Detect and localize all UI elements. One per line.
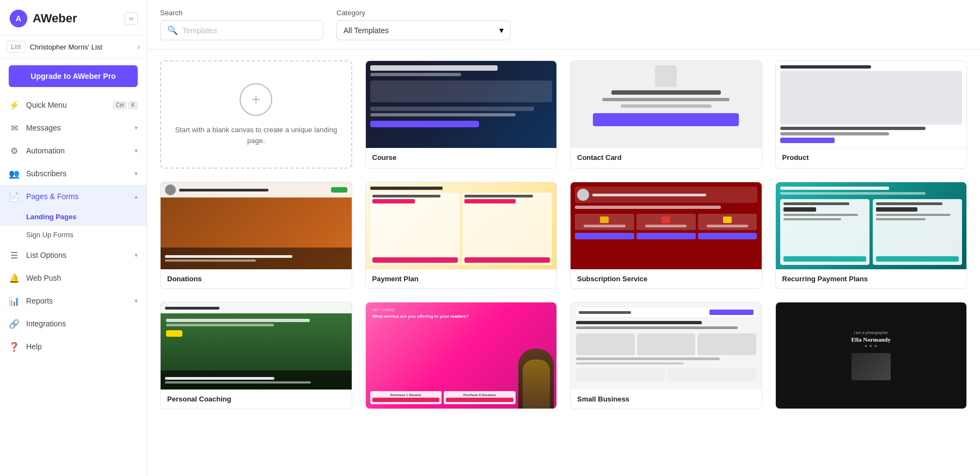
template-label: Personal Coaching (161, 390, 352, 409)
list-options-chevron-icon: ▾ (134, 251, 138, 259)
template-thumbnail (571, 182, 762, 269)
integrations-icon: 🔗 (9, 318, 20, 329)
template-label: Donations (161, 269, 352, 288)
automation-chevron-icon: ▾ (134, 147, 138, 154)
list-arrow-icon: › (137, 42, 140, 51)
sidebar-item-label: Automation (26, 146, 65, 155)
subscribers-chevron-icon: ▾ (134, 170, 138, 177)
keyboard-shortcut: Ctrl K (113, 101, 138, 109)
list-label: List (7, 41, 26, 53)
sidebar-item-label: Help (26, 342, 42, 351)
aweber-logo-icon: A (9, 9, 28, 28)
pages-forms-icon: 📄 (9, 191, 20, 202)
template-card-subscription-service[interactable]: Subscription Service (570, 182, 762, 289)
category-chevron-icon: ▾ (499, 25, 504, 35)
sidebar-item-landing-pages[interactable]: Landing Pages (0, 208, 146, 226)
template-thumbnail (776, 182, 967, 269)
sidebar-item-subscribers[interactable]: 👥 Subscribers ▾ (0, 162, 146, 185)
landing-pages-label: Landing Pages (26, 213, 76, 221)
template-card-showcase-gallery[interactable]: I am a photographer Ella Normandy ✦ ✦ ✦ … (775, 302, 967, 409)
subscribers-icon: 👥 (9, 168, 20, 179)
main-content: Search 🔍 Category All Templates ▾ + Star… (147, 0, 980, 476)
template-card-small-business[interactable]: Small Business (570, 302, 762, 409)
category-selected-text: All Templates (344, 26, 495, 35)
sidebar-item-automation[interactable]: ⚙ Automation ▾ (0, 139, 146, 162)
list-options-icon: ☰ (9, 250, 20, 261)
messages-icon: ✉ (9, 122, 20, 133)
sidebar-item-integrations[interactable]: 🔗 Integrations (0, 312, 146, 335)
reports-chevron-icon: ▾ (134, 297, 138, 305)
web-push-icon: 🔔 (9, 273, 20, 283)
template-label: Contact Card (571, 148, 762, 167)
blank-template-text: Start with a blank canvas to create a un… (172, 125, 340, 146)
blank-plus-icon: + (240, 83, 272, 116)
list-name: Christopher Morris' List (30, 43, 133, 51)
reports-icon: 📊 (9, 295, 20, 306)
sidebar-item-help[interactable]: ❓ Help (0, 335, 146, 358)
category-select[interactable]: All Templates ▾ (336, 20, 511, 40)
sidebar-item-reports[interactable]: 📊 Reports ▾ (0, 289, 146, 312)
template-card-personal-coaching[interactable]: Personal Coaching (160, 302, 352, 409)
template-label: Small Business (571, 390, 762, 409)
search-icon: 🔍 (167, 25, 178, 35)
template-card-payment-plan[interactable]: Payment Plan (365, 182, 558, 289)
sidebar-item-sign-up-forms[interactable]: Sign Up Forms (0, 226, 146, 244)
messages-chevron-icon: ▾ (134, 124, 138, 132)
sidebar-item-messages[interactable]: ✉ Messages ▾ (0, 116, 146, 139)
template-label: Product (776, 148, 967, 167)
sidebar-item-label: List Options (26, 251, 66, 259)
sidebar-item-label: Quick Menu (26, 101, 67, 109)
search-filter-bar: Search 🔍 Category All Templates ▾ (147, 0, 980, 50)
template-thumbnail (161, 182, 352, 269)
svg-text:A: A (16, 14, 22, 23)
template-thumbnail (366, 61, 557, 148)
sign-up-forms-label: Sign Up Forms (26, 231, 74, 239)
sidebar-item-quick-menu[interactable]: ⚡ Quick Menu Ctrl K (0, 94, 146, 116)
sidebar-item-label: Integrations (26, 319, 66, 328)
sidebar-item-pages-forms[interactable]: 📄 Pages & Forms ▴ (0, 185, 146, 208)
template-card-recurring-payment-plans[interactable]: Recurring Payment Plans (775, 182, 967, 289)
list-selector[interactable]: List Christopher Morris' List › (0, 35, 146, 59)
search-label: Search (160, 9, 323, 17)
sidebar-header: A AWeber ‹‹ (0, 0, 146, 35)
template-thumbnail (366, 182, 557, 269)
logo-text: AWeber (33, 11, 77, 26)
template-card-donations[interactable]: Donations (160, 182, 352, 289)
sidebar-item-label: Subscribers (26, 169, 66, 178)
template-card-product[interactable]: Product (775, 60, 967, 169)
sidebar-item-label: Messages (26, 123, 61, 132)
sidebar-item-list-options[interactable]: ☰ List Options ▾ (0, 244, 146, 267)
quick-menu-icon: ⚡ (9, 100, 20, 110)
sidebar-item-web-push[interactable]: 🔔 Web Push (0, 267, 146, 289)
sidebar: A AWeber ‹‹ List Christopher Morris' Lis… (0, 0, 147, 476)
template-thumbnail (571, 302, 762, 390)
sidebar-collapse-button[interactable]: ‹‹ (125, 12, 138, 25)
sidebar-item-label: Web Push (26, 274, 61, 282)
template-label: Course (366, 148, 557, 167)
logo: A AWeber (9, 9, 77, 28)
templates-grid: + Start with a blank canvas to create a … (147, 50, 980, 476)
category-group: Category All Templates ▾ (336, 9, 511, 40)
search-input-wrap[interactable]: 🔍 (160, 20, 323, 40)
template-thumbnail (776, 61, 967, 148)
template-thumbnail: I am a photographer Ella Normandy ✦ ✦ ✦ (776, 302, 967, 409)
template-label: Payment Plan (366, 269, 557, 288)
template-card-coaching-offer[interactable]: HEY THERE! What service are you offering… (365, 302, 558, 409)
template-card-contact-card[interactable]: Contact Card (570, 60, 762, 169)
sidebar-nav: ⚡ Quick Menu Ctrl K ✉ Messages ▾ ⚙ Autom… (0, 94, 146, 358)
upgrade-button[interactable]: Upgrade to AWeber Pro (9, 65, 138, 87)
template-label: Showcase Gallery (776, 409, 967, 409)
blank-template-card[interactable]: + Start with a blank canvas to create a … (160, 60, 352, 169)
pages-forms-chevron-icon: ▴ (134, 193, 138, 200)
template-label: Coaching Offer (366, 409, 557, 409)
search-input[interactable] (182, 26, 316, 35)
sidebar-item-label: Reports (26, 296, 53, 305)
sidebar-item-label: Pages & Forms (26, 192, 78, 201)
template-thumbnail: HEY THERE! What service are you offering… (366, 302, 557, 409)
template-thumbnail (571, 61, 762, 148)
template-label: Recurring Payment Plans (776, 269, 967, 288)
template-card-course[interactable]: Course (365, 60, 558, 169)
help-icon: ❓ (9, 341, 20, 352)
search-group: Search 🔍 (160, 9, 323, 40)
template-thumbnail (161, 302, 352, 390)
